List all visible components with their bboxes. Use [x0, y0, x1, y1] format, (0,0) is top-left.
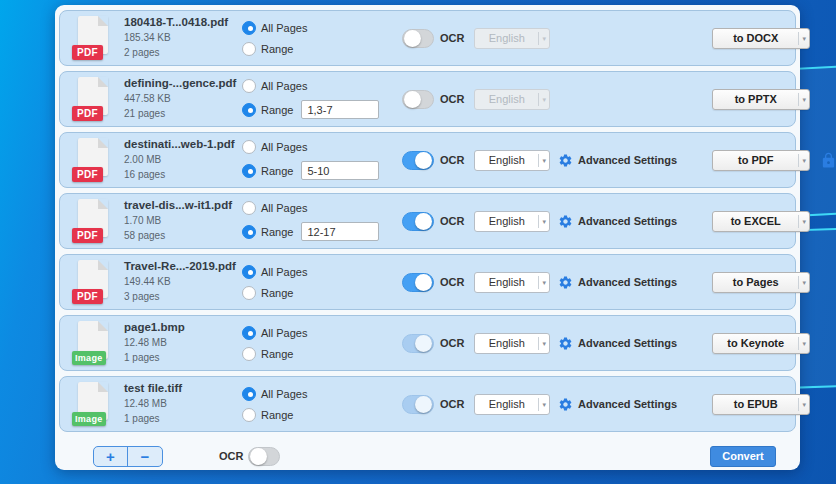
output-format-dropdown[interactable]: to Keynote ▾ [712, 333, 810, 354]
file-row: PDF Travel-Re...-2019.pdf 149.44 KB 3 pa… [59, 254, 796, 310]
all-pages-label: All Pages [261, 22, 307, 34]
range-input[interactable] [301, 222, 379, 241]
locked-indicator[interactable] [820, 152, 836, 169]
ocr-label: OCR [440, 93, 464, 105]
remove-file-button[interactable]: − [128, 447, 162, 466]
radio-icon [242, 42, 256, 56]
language-dropdown[interactable]: English ▾ [474, 28, 550, 49]
ocr-control: OCR [402, 273, 468, 292]
gear-icon [558, 336, 573, 351]
advanced-settings-button[interactable]: Advanced Settings [558, 397, 708, 412]
output-format-value: to PDF [713, 154, 798, 166]
range-radio[interactable]: Range [242, 161, 394, 180]
range-radio[interactable]: Range [242, 286, 394, 300]
advanced-settings-button[interactable]: Advanced Settings [558, 153, 708, 168]
all-pages-radio[interactable]: All Pages [242, 21, 394, 35]
file-list: PDF 180418-T...0418.pdf 185.34 KB 2 page… [55, 5, 800, 432]
image-file-icon: Image [74, 382, 112, 426]
advanced-settings-button[interactable]: Advanced Settings [558, 214, 708, 229]
ocr-control: OCR [402, 212, 468, 231]
page-selection-group: All Pages Range [242, 21, 394, 56]
radio-icon [242, 201, 256, 215]
language-dropdown[interactable]: English ▾ [474, 211, 550, 232]
pdf-file-icon: PDF [74, 199, 112, 243]
file-fold-shape [98, 382, 108, 392]
file-fold-shape [98, 199, 108, 209]
output-format-dropdown[interactable]: to PDF ▾ [712, 150, 810, 171]
ocr-toggle[interactable] [402, 212, 434, 231]
all-pages-radio[interactable]: All Pages [242, 79, 394, 93]
chevron-down-icon: ▾ [798, 276, 809, 289]
output-format-dropdown[interactable]: to DOCX ▾ [712, 28, 810, 49]
output-format-dropdown[interactable]: to PPTX ▾ [712, 89, 810, 110]
file-fold-shape [98, 77, 108, 87]
ocr-toggle[interactable] [402, 334, 434, 353]
range-radio[interactable]: Range [242, 100, 394, 119]
range-radio[interactable]: Range [242, 222, 394, 241]
language-value: English [475, 32, 538, 44]
file-row: PDF travel-dis...w-it1.pdf 1.70 MB 58 pa… [59, 193, 796, 249]
advanced-settings-button[interactable]: Advanced Settings [558, 336, 708, 351]
output-format-dropdown[interactable]: to Pages ▾ [712, 272, 810, 293]
language-value: English [475, 276, 538, 288]
add-file-button[interactable]: + [94, 447, 128, 466]
ocr-toggle[interactable] [402, 151, 434, 170]
filename-label: destinati...web-1.pdf [124, 138, 234, 150]
ocr-toggle[interactable] [402, 29, 434, 48]
file-type-badge: PDF [72, 289, 103, 304]
file-type-badge: Image [72, 351, 106, 365]
global-ocr-toggle[interactable] [248, 447, 280, 466]
filesize-label: 12.48 MB [124, 397, 234, 412]
windows-desktop-background: PDF 180418-T...0418.pdf 185.34 KB 2 page… [0, 0, 836, 484]
language-dropdown[interactable]: English ▾ [474, 333, 550, 354]
toggle-knob [415, 152, 432, 169]
footer-toolbar: + − OCR Convert [55, 437, 800, 475]
range-radio[interactable]: Range [242, 347, 394, 361]
file-row: Image test file.tiff 12.48 MB 1 pages Al… [59, 376, 796, 432]
output-format-dropdown[interactable]: to EXCEL ▾ [712, 211, 810, 232]
ocr-toggle[interactable] [402, 395, 434, 414]
range-radio[interactable]: Range [242, 42, 394, 56]
all-pages-radio[interactable]: All Pages [242, 140, 394, 154]
all-pages-radio[interactable]: All Pages [242, 265, 394, 279]
range-input[interactable] [301, 100, 379, 119]
lock-icon[interactable] [820, 152, 836, 169]
page-selection-group: All Pages Range [242, 387, 394, 422]
ocr-toggle[interactable] [402, 273, 434, 292]
language-dropdown[interactable]: English ▾ [474, 150, 550, 171]
convert-button[interactable]: Convert [710, 446, 776, 467]
file-type-badge: PDF [72, 167, 103, 182]
range-label: Range [261, 226, 293, 238]
filename-label: travel-dis...w-it1.pdf [124, 199, 234, 211]
all-pages-label: All Pages [261, 141, 307, 153]
page-selection-group: All Pages Range [242, 140, 394, 180]
global-ocr-label: OCR [219, 450, 243, 462]
ocr-toggle[interactable] [402, 90, 434, 109]
range-radio[interactable]: Range [242, 408, 394, 422]
radio-icon [242, 265, 256, 279]
range-label: Range [261, 165, 293, 177]
toggle-knob [415, 335, 432, 352]
advanced-settings-button[interactable]: Advanced Settings [558, 275, 708, 290]
filesize-label: 149.44 KB [124, 275, 234, 290]
range-input[interactable] [301, 161, 379, 180]
toggle-knob [415, 396, 432, 413]
language-dropdown[interactable]: English ▾ [474, 89, 550, 110]
radio-icon [242, 225, 256, 239]
toggle-knob [404, 91, 421, 108]
file-fold-shape [98, 16, 108, 26]
language-dropdown[interactable]: English ▾ [474, 272, 550, 293]
file-fold-shape [98, 321, 108, 331]
all-pages-label: All Pages [261, 388, 307, 400]
all-pages-radio[interactable]: All Pages [242, 326, 394, 340]
chevron-down-icon: ▾ [538, 337, 549, 350]
all-pages-radio[interactable]: All Pages [242, 387, 394, 401]
all-pages-radio[interactable]: All Pages [242, 201, 394, 215]
file-info: travel-dis...w-it1.pdf 1.70 MB 58 pages [124, 199, 234, 243]
ocr-label: OCR [440, 215, 464, 227]
output-format-dropdown[interactable]: to EPUB ▾ [712, 394, 810, 415]
gear-icon [558, 275, 573, 290]
language-dropdown[interactable]: English ▾ [474, 394, 550, 415]
filename-label: Travel-Re...-2019.pdf [124, 260, 234, 272]
filename-label: 180418-T...0418.pdf [124, 16, 234, 28]
